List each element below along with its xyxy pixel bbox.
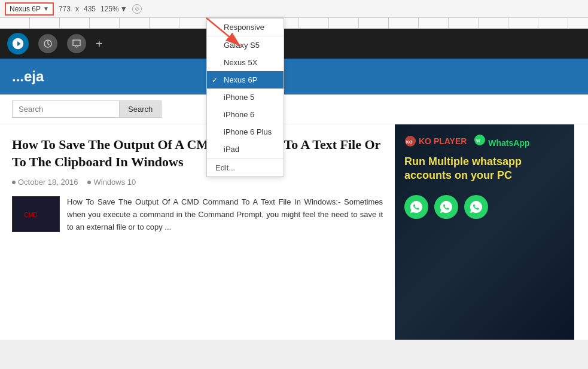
svg-text:KO: KO: [406, 140, 413, 144]
search-input[interactable]: [12, 100, 120, 118]
ad-bottom-icons: [404, 195, 565, 219]
ad-logos: KO KO PLAYER W WhatsApp: [404, 134, 565, 148]
dropdown-item-nexus-5x[interactable]: Nexus 5X: [207, 54, 284, 71]
article-excerpt-text: How To Save The Output Of A CMD Command …: [67, 196, 383, 233]
dropdown-item-ipad[interactable]: iPad: [207, 141, 284, 158]
wa-icon-3: [464, 195, 488, 219]
article-excerpt: CMD How To Save The Output Of A CMD Comm…: [12, 196, 383, 233]
whatsapp-icon: W: [474, 134, 486, 146]
dropdown-item-edit[interactable]: Edit...: [207, 158, 284, 176]
article-category: Windows 10: [93, 178, 136, 187]
article-category-wrapper: Windows 10: [87, 178, 136, 187]
site-title: ...eja: [12, 68, 44, 85]
svg-text:CMD: CMD: [24, 212, 38, 218]
height-value: 435: [84, 5, 96, 13]
top-toolbar: Nexus 6P ▼ 773 x 435 125% ▼ ⊘: [0, 0, 588, 18]
dropdown-item-iphone-6-plus[interactable]: iPhone 6 Plus: [207, 123, 284, 141]
device-label: Nexus 6P: [10, 5, 41, 13]
dropdown-item-iphone-5[interactable]: iPhone 5: [207, 89, 284, 106]
gauge-icon: [42, 38, 53, 49]
thumbnail-image: CMD: [21, 205, 51, 223]
search-button[interactable]: Search: [120, 100, 162, 118]
block-icon: ⊘: [132, 4, 142, 14]
search-bar: Search: [0, 94, 588, 124]
dropdown-item-responsive[interactable]: Responsive: [207, 19, 284, 36]
dropdown-item-galaxy-s5[interactable]: Galaxy S5: [207, 36, 284, 54]
ruler: [0, 18, 588, 29]
content-left: How To Save The Output Of A CMD Command …: [0, 124, 395, 340]
article-meta: October 18, 2016 Windows 10: [12, 178, 383, 187]
whatsapp-bottom-icon-2: [439, 200, 453, 214]
whatsapp-logo: W WhatsApp: [474, 134, 529, 148]
content-right: KO KO PLAYER W WhatsApp Run Multiple wha…: [395, 124, 574, 340]
svg-text:W: W: [476, 139, 480, 143]
ad-banner: KO KO PLAYER W WhatsApp Run Multiple wha…: [395, 124, 574, 340]
article-date-wrapper: October 18, 2016: [12, 178, 78, 187]
date-bullet-icon: [12, 181, 16, 184]
ko-icon: KO: [404, 135, 416, 147]
ad-text: Run Multiple whatsapp accounts on your P…: [404, 155, 565, 183]
width-value: 773: [59, 5, 71, 13]
comment-icon[interactable]: [67, 34, 86, 53]
dropdown-item-nexus-6p[interactable]: Nexus 6P: [207, 71, 284, 89]
article-title: How To Save The Output Of A CMD Command …: [12, 136, 383, 170]
admin-bar: +: [0, 29, 588, 59]
add-new-button[interactable]: +: [96, 37, 103, 51]
site-header: ...eja: [0, 59, 588, 94]
wa-icon-1: [404, 195, 428, 219]
dashboard-icon[interactable]: [38, 34, 57, 53]
article-thumbnail: CMD: [12, 196, 60, 232]
wordpress-logo: [11, 37, 25, 50]
dropdown-item-iphone-6[interactable]: iPhone 6: [207, 106, 284, 123]
category-bullet-icon: [87, 181, 91, 184]
device-dropdown-arrow: ▼: [43, 5, 49, 12]
whatsapp-bottom-icon: [409, 200, 424, 214]
x-separator: x: [75, 5, 79, 13]
wa-icon-2: [434, 195, 458, 219]
article-date: October 18, 2016: [18, 178, 78, 187]
main-content: How To Save The Output Of A CMD Command …: [0, 124, 588, 340]
ko-player-logo: KO KO PLAYER: [404, 135, 467, 147]
device-dropdown-menu: Responsive Galaxy S5 Nexus 5X Nexus 6P i…: [206, 18, 284, 177]
whatsapp-bottom-icon-3: [469, 200, 483, 214]
wordpress-icon[interactable]: [7, 33, 29, 54]
comment-bubble-icon: [71, 38, 82, 49]
device-selector[interactable]: Nexus 6P ▼: [5, 2, 54, 16]
zoom-level: 125% ▼: [100, 5, 127, 13]
